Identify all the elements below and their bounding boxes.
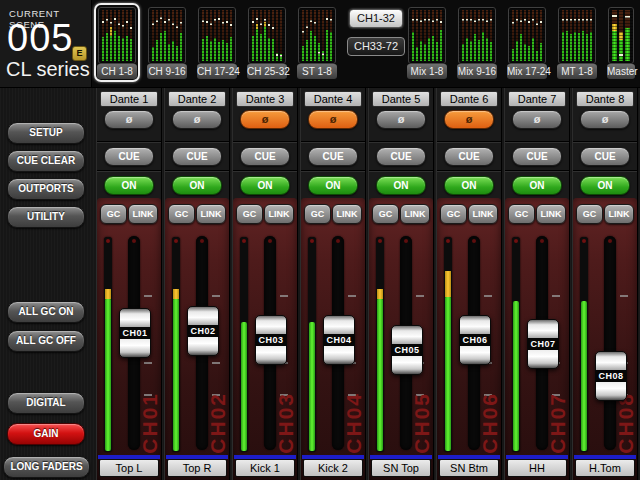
meter-bar-green bbox=[586, 34, 588, 61]
meter-tile-ch-9-16[interactable]: CH 9-16 bbox=[144, 3, 190, 82]
section-divider bbox=[505, 170, 569, 172]
meter-bars bbox=[562, 10, 592, 61]
gc-button[interactable]: GC bbox=[100, 204, 127, 224]
bank-ch33-72-button[interactable]: CH33-72 bbox=[347, 37, 405, 56]
on-button[interactable]: ON bbox=[580, 176, 630, 195]
on-button[interactable]: ON bbox=[240, 176, 290, 195]
link-button[interactable]: LINK bbox=[536, 204, 566, 224]
meter-tile-mt-1-8[interactable]: MT 1-8 bbox=[554, 3, 600, 82]
cue-button[interactable]: CUE bbox=[444, 147, 494, 166]
all-gc-off-button[interactable]: ALL GC OFF bbox=[7, 330, 85, 352]
meter-bar bbox=[612, 10, 617, 61]
level-meter-green bbox=[105, 298, 111, 451]
meter-tile-master[interactable]: Master bbox=[604, 3, 638, 82]
meter-peak-indicator bbox=[462, 19, 464, 21]
cue-button[interactable]: CUE bbox=[512, 147, 562, 166]
level-meter-green bbox=[241, 322, 247, 451]
on-button[interactable]: ON bbox=[376, 176, 426, 195]
on-button[interactable]: ON bbox=[104, 176, 154, 195]
fader-cap[interactable]: CH06 bbox=[459, 315, 491, 365]
gc-button[interactable]: GC bbox=[236, 204, 263, 224]
link-button[interactable]: LINK bbox=[400, 204, 430, 224]
cue-button[interactable]: CUE bbox=[104, 147, 154, 166]
on-button[interactable]: ON bbox=[512, 176, 562, 195]
fader-cap[interactable]: CH03 bbox=[255, 315, 287, 365]
gc-button[interactable]: GC bbox=[576, 204, 603, 224]
fader-cap[interactable]: CH05 bbox=[391, 325, 423, 375]
phase-button[interactable]: ø bbox=[512, 110, 562, 129]
gc-button[interactable]: GC bbox=[304, 204, 331, 224]
channel-strip-1: Dante 1øCUEONGCLINKCH01CH01Top L bbox=[96, 88, 162, 480]
meter-display bbox=[148, 7, 186, 64]
cue-button[interactable]: CUE bbox=[308, 147, 358, 166]
meter-bar bbox=[310, 10, 312, 61]
scene-number: 005 bbox=[7, 17, 73, 60]
phase-button[interactable]: ø bbox=[444, 110, 494, 129]
fader-cap-label: CH05 bbox=[391, 344, 422, 356]
fader-cap[interactable]: CH01 bbox=[119, 308, 151, 358]
meter-bar-green bbox=[412, 32, 414, 61]
meter-peak-indicator bbox=[214, 19, 216, 21]
fader-cap[interactable]: CH07 bbox=[527, 319, 559, 369]
utility-button[interactable]: UTILITY bbox=[7, 206, 85, 228]
on-button[interactable]: ON bbox=[308, 176, 358, 195]
link-button[interactable]: LINK bbox=[332, 204, 362, 224]
all-gc-on-button[interactable]: ALL GC ON bbox=[7, 301, 85, 323]
meter-bar bbox=[172, 10, 174, 61]
on-button[interactable]: ON bbox=[172, 176, 222, 195]
gc-button[interactable]: GC bbox=[168, 204, 195, 224]
meter-bar bbox=[440, 10, 442, 61]
cue-button[interactable]: CUE bbox=[172, 147, 222, 166]
channel-strips: Dante 1øCUEONGCLINKCH01CH01Top LDante 2ø… bbox=[96, 88, 640, 480]
gc-button[interactable]: GC bbox=[508, 204, 535, 224]
fader-cap-label: CH07 bbox=[527, 338, 558, 350]
phase-button[interactable]: ø bbox=[580, 110, 630, 129]
level-meter-yellow bbox=[445, 271, 451, 297]
meter-tile-ch-1-8[interactable]: CH 1-8 bbox=[94, 3, 140, 82]
level-meter bbox=[444, 237, 452, 452]
link-button[interactable]: LINK bbox=[604, 204, 634, 224]
bank-ch1-32-button[interactable]: CH1-32 bbox=[349, 9, 403, 28]
link-button[interactable]: LINK bbox=[128, 204, 158, 224]
phase-button[interactable]: ø bbox=[172, 110, 222, 129]
gc-button[interactable]: GC bbox=[372, 204, 399, 224]
meter-tile-st-1-8[interactable]: ST 1-8 bbox=[294, 3, 340, 82]
meter-tile-ch-17-24[interactable]: CH 17-24 bbox=[194, 3, 240, 82]
cue-button[interactable]: CUE bbox=[580, 147, 630, 166]
level-meter-green bbox=[581, 301, 587, 452]
section-divider bbox=[505, 141, 569, 143]
phase-button[interactable]: ø bbox=[376, 110, 426, 129]
phase-button[interactable]: ø bbox=[104, 110, 154, 129]
cue-button[interactable]: CUE bbox=[240, 147, 290, 166]
meter-tile-mix-1-8[interactable]: Mix 1-8 bbox=[404, 3, 450, 82]
fader-cap[interactable]: CH04 bbox=[323, 315, 355, 365]
fader-cap[interactable]: CH02 bbox=[187, 306, 219, 356]
meter-peak-indicator bbox=[264, 19, 266, 21]
outports-button[interactable]: OUTPORTS bbox=[7, 178, 85, 200]
meter-bar-green bbox=[202, 39, 204, 61]
on-button[interactable]: ON bbox=[444, 176, 494, 195]
link-button[interactable]: LINK bbox=[196, 204, 226, 224]
meter-peak-indicator bbox=[582, 19, 584, 21]
meter-bar-green bbox=[566, 31, 568, 61]
gc-button[interactable]: GC bbox=[440, 204, 467, 224]
meter-tile-label: ST 1-8 bbox=[297, 64, 337, 79]
phase-button[interactable]: ø bbox=[240, 110, 290, 129]
meter-bar bbox=[106, 10, 108, 61]
long-faders-button[interactable]: LONG FADERS bbox=[3, 456, 90, 478]
cue-clear-button[interactable]: CUE CLEAR bbox=[7, 150, 85, 172]
meter-bar-green bbox=[330, 32, 332, 61]
meter-bar bbox=[210, 10, 212, 61]
meter-bar-green bbox=[619, 40, 624, 61]
link-button[interactable]: LINK bbox=[468, 204, 498, 224]
fader-cap[interactable]: CH08 bbox=[595, 351, 627, 401]
link-button[interactable]: LINK bbox=[264, 204, 294, 224]
phase-button[interactable]: ø bbox=[308, 110, 358, 129]
cue-button[interactable]: CUE bbox=[376, 147, 426, 166]
setup-button[interactable]: SETUP bbox=[7, 122, 85, 144]
gain-button[interactable]: GAIN bbox=[7, 423, 85, 445]
meter-tile-mix-9-16[interactable]: Mix 9-16 bbox=[454, 3, 500, 82]
digital-button[interactable]: DIGITAL bbox=[7, 392, 85, 414]
meter-tile-ch-25-32[interactable]: CH 25-32 bbox=[244, 3, 290, 82]
meter-tile-mix-17-24[interactable]: Mix 17-24 bbox=[504, 3, 550, 82]
